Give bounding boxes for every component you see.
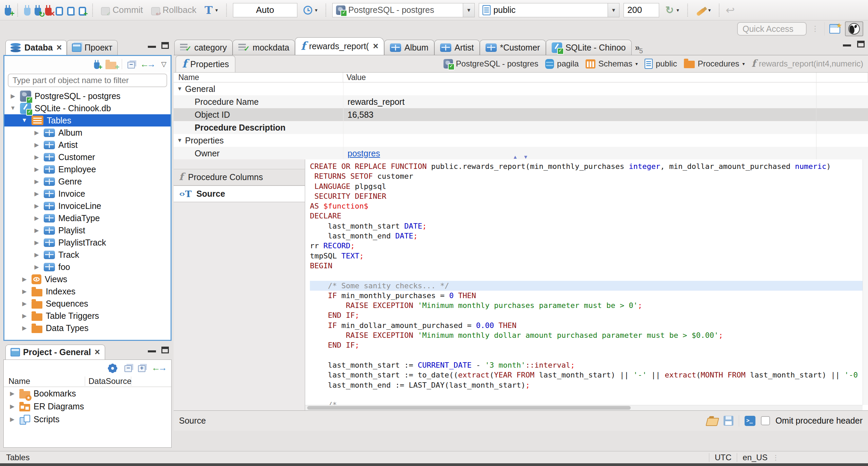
fetch-size-input[interactable]: 200	[624, 3, 659, 17]
transaction-log-button[interactable]: ▾	[202, 2, 220, 18]
expander-arrow[interactable]: ▶	[33, 141, 40, 149]
expander-arrow[interactable]: ▶	[33, 251, 40, 258]
close-icon[interactable]: ×	[373, 41, 378, 52]
group-arrow-icon[interactable]: ▼	[177, 137, 182, 143]
schema-dropdown-icon[interactable]: ▼	[608, 3, 619, 17]
expander-arrow[interactable]: ▶	[21, 300, 28, 307]
gear-icon[interactable]	[108, 364, 117, 372]
tree-item[interactable]: ▼ SQLite - Chinook.db	[4, 102, 171, 114]
tree-item[interactable]: ▶ Album	[4, 127, 171, 139]
tab-database-navigator[interactable]: Databa ×	[5, 40, 67, 55]
new-folder-icon[interactable]	[105, 62, 116, 69]
expander-arrow[interactable]: ▼	[21, 117, 28, 124]
commit-button[interactable]: Commit	[99, 2, 145, 18]
refresh-button[interactable]: ▾	[663, 2, 681, 18]
transaction-history-button[interactable]: ▾	[301, 2, 320, 18]
property-row[interactable]: ▼ Properties	[174, 134, 868, 147]
project-item[interactable]: ▶ ER Diagrams	[4, 400, 171, 413]
new-sql-editor-icon[interactable]	[79, 7, 86, 16]
minimize-icon[interactable]	[148, 350, 156, 352]
editor-tab[interactable]: rewards_report( ×	[295, 37, 384, 55]
editor-tab[interactable]: category	[174, 40, 233, 55]
tab-properties[interactable]: Properties	[176, 56, 235, 72]
source-viewer[interactable]: CREATE OR REPLACE FUNCTION public.reward…	[305, 159, 868, 410]
object-filter-input[interactable]	[8, 74, 167, 87]
column-datasource[interactable]: DataSource	[85, 376, 131, 386]
expander-arrow[interactable]: ▶	[21, 288, 28, 295]
project-item[interactable]: ▶ Bookmarks	[4, 387, 171, 400]
property-row[interactable]: ▼ General	[174, 82, 868, 95]
tree-item[interactable]: ▶ Genre	[4, 175, 171, 188]
tree-item[interactable]: ▶ Views	[4, 273, 171, 285]
breadcrumb-item[interactable]: pagila	[545, 59, 579, 69]
horizontal-scrollbar[interactable]	[305, 405, 863, 410]
tree-item[interactable]: ▶ Data Types	[4, 322, 171, 334]
schema-select[interactable]: public ▼	[479, 3, 619, 17]
editor-tab[interactable]: Album	[384, 40, 434, 55]
minimize-icon[interactable]	[843, 44, 851, 46]
editor-tab[interactable]: *Customer	[480, 40, 546, 55]
tree-item[interactable]: ▼ Tables	[4, 114, 171, 127]
tree-item[interactable]: ▶ Indexes	[4, 285, 171, 297]
tree-item[interactable]: ▶ PlaylistTrack	[4, 236, 171, 249]
omit-header-checkbox[interactable]	[761, 416, 770, 425]
object-filter-field[interactable]	[13, 76, 166, 85]
tree-item[interactable]: ▶ foo	[4, 261, 171, 273]
editor-tab[interactable]: Artist	[434, 40, 480, 55]
undo-icon[interactable]	[726, 4, 735, 17]
expander-arrow[interactable]: ▶	[8, 390, 16, 397]
expander-arrow[interactable]: ▶	[33, 239, 40, 246]
new-connection-icon[interactable]	[94, 62, 99, 69]
maximize-icon[interactable]	[161, 347, 169, 353]
expander-arrow[interactable]: ▶	[33, 129, 40, 136]
link-with-editor-icon[interactable]: ←→	[152, 363, 167, 373]
locale-indicator[interactable]: en_US	[743, 453, 767, 462]
tree-item[interactable]: ▶ Sequences	[4, 297, 171, 310]
tree-item[interactable]: ▶ Employee	[4, 163, 171, 175]
open-console-icon[interactable]	[745, 416, 755, 426]
sql-console-icon[interactable]	[67, 7, 75, 16]
column-name[interactable]: Name	[4, 376, 85, 386]
maximize-icon[interactable]	[161, 42, 169, 49]
property-row[interactable]: Procedure Description	[174, 121, 868, 134]
expander-arrow[interactable]: ▶	[33, 202, 40, 210]
editor-subtab[interactable]: Procedure Columns	[174, 169, 305, 186]
tab-projects[interactable]: Проект	[67, 40, 117, 55]
splitter-handle[interactable]: ▲ ▼	[513, 154, 530, 160]
disconnect-icon[interactable]	[45, 8, 52, 16]
group-arrow-icon[interactable]: ▼	[177, 86, 182, 92]
tree-item[interactable]: ▶ Artist	[4, 139, 171, 151]
connect-icon[interactable]	[24, 8, 31, 16]
load-from-file-icon[interactable]	[706, 418, 719, 426]
tree-item[interactable]: ▶ MediaType	[4, 212, 171, 224]
editor-subtab[interactable]: Source	[174, 186, 305, 202]
expander-arrow[interactable]: ▶	[21, 276, 28, 283]
link-with-editor-icon[interactable]: ←→	[140, 59, 156, 70]
maximize-icon[interactable]	[857, 41, 865, 47]
tree-item[interactable]: ▶ Invoice	[4, 188, 171, 200]
vertical-scrollbar[interactable]	[863, 159, 868, 405]
dropdown-caret-icon[interactable]: ▾	[635, 61, 638, 66]
expander-arrow[interactable]: ▶	[21, 325, 28, 332]
expand-all-icon[interactable]	[138, 365, 145, 372]
property-row[interactable]: Procedure Name rewards_report	[174, 95, 868, 108]
breadcrumb-item[interactable]: public	[645, 59, 677, 69]
expander-arrow[interactable]: ▶	[33, 154, 40, 161]
expander-arrow[interactable]: ▶	[9, 93, 17, 100]
owner-link[interactable]: postgres	[348, 149, 380, 158]
connection-dropdown-icon[interactable]: ▼	[463, 3, 474, 17]
save-to-file-icon[interactable]	[724, 416, 733, 426]
format-button[interactable]: ▾	[694, 2, 713, 18]
quick-access-input[interactable]: Quick Access	[737, 22, 807, 36]
scrollbar-thumb[interactable]	[307, 406, 631, 410]
tab-project-general[interactable]: Project - General ×	[5, 345, 105, 360]
reconnect-icon[interactable]	[35, 8, 41, 16]
expander-arrow[interactable]: ▶	[33, 166, 40, 173]
breadcrumb-item[interactable]: Schemas ▾	[586, 59, 638, 69]
tree-item[interactable]: ▶ Customer	[4, 151, 171, 163]
collapse-all-icon[interactable]	[127, 62, 135, 69]
source-code[interactable]: CREATE OR REPLACE FUNCTION public.reward…	[310, 161, 863, 405]
rollback-button[interactable]: Rollback	[149, 2, 199, 18]
minimize-icon[interactable]	[148, 46, 156, 48]
column-value[interactable]: Value	[343, 73, 868, 82]
